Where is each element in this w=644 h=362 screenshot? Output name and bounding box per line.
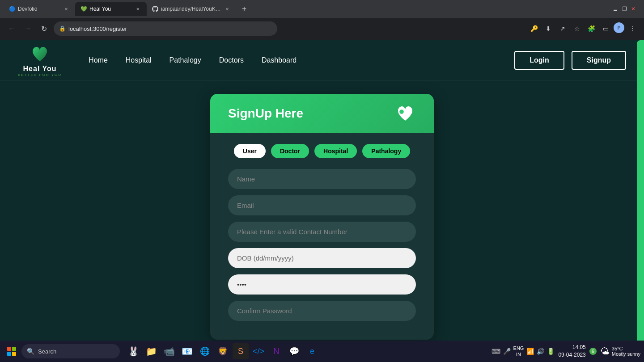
taskbar-time[interactable]: 14:05 09-04-2023 bbox=[558, 344, 585, 359]
weather-widget: 🌤 35°C Mostly sunny bbox=[600, 346, 640, 357]
share-icon[interactable]: ↗ bbox=[556, 22, 569, 35]
taskbar-app-folder[interactable]: 📁 bbox=[143, 343, 159, 359]
lock-icon: 🔒 bbox=[59, 25, 66, 32]
download-icon[interactable]: ⬇ bbox=[542, 22, 555, 35]
mic-icon[interactable]: 🎤 bbox=[503, 348, 511, 355]
menu-icon[interactable]: ⋮ bbox=[626, 22, 639, 35]
taskbar-app-brave[interactable]: 🦁 bbox=[215, 343, 231, 359]
navbar: Heal You BETTER FOR YOU Home Hospital Pa… bbox=[0, 40, 644, 80]
search-icon: 🔍 bbox=[27, 348, 34, 355]
system-icons: ⌨ 🎤 ENGIN 📶 🔊 🔋 bbox=[491, 345, 555, 358]
reload-button[interactable]: ↻ bbox=[38, 22, 50, 35]
close-window-button[interactable]: ✕ bbox=[630, 5, 637, 13]
address-bar-row: ← → ↻ 🔒 localhost:3000/register 🔑 ⬇ ↗ ☆ … bbox=[0, 18, 644, 39]
toolbar-icons: 🔑 ⬇ ↗ ☆ 🧩 ▭ P ⋮ bbox=[528, 22, 639, 35]
login-button[interactable]: Login bbox=[514, 51, 564, 70]
logo-subtext: BETTER FOR YOU bbox=[18, 73, 62, 77]
signup-button[interactable]: Signup bbox=[572, 51, 626, 70]
weather-condition: Mostly sunny bbox=[612, 351, 640, 357]
notification-badge[interactable]: 6 bbox=[589, 348, 597, 355]
keyboard-icon[interactable]: ⌨ bbox=[491, 348, 500, 355]
role-tab-doctor[interactable]: Doctor bbox=[271, 144, 309, 158]
date-display: 09-04-2023 bbox=[558, 351, 585, 359]
signup-logo-icon bbox=[394, 103, 416, 124]
tab-close-heal-you[interactable]: ✕ bbox=[134, 5, 141, 13]
taskbar: 🔍 Search 🐰 📁 📹 📧 🌐 🦁 S </> N 💬 e ⌨ 🎤 ENG… bbox=[0, 341, 644, 362]
taskbar-app-onenote[interactable]: N bbox=[268, 343, 284, 359]
search-placeholder: Search bbox=[38, 348, 56, 355]
role-tab-user[interactable]: User bbox=[234, 144, 266, 158]
tab-devfolio[interactable]: 🔵 Devfolio ✕ bbox=[4, 2, 75, 16]
extensions-icon[interactable]: 🧩 bbox=[585, 22, 597, 35]
nav-links: Home Hospital Pathalogy Doctors Dashboar… bbox=[89, 56, 514, 64]
weather-icon: 🌤 bbox=[600, 346, 609, 357]
green-accent-bar bbox=[637, 40, 644, 362]
app-container: Heal You BETTER FOR YOU Home Hospital Pa… bbox=[0, 40, 644, 362]
svg-point-0 bbox=[399, 109, 404, 114]
restore-button[interactable]: ❐ bbox=[621, 5, 628, 13]
taskbar-search[interactable]: 🔍 Search bbox=[21, 344, 120, 358]
start-button[interactable] bbox=[4, 343, 20, 359]
tab-github[interactable]: iampaandey/HealYouKJSIET ✕ bbox=[147, 2, 236, 16]
window-controls: 🗕 ❐ ✕ bbox=[612, 5, 640, 13]
taskbar-app-mail[interactable]: 📧 bbox=[179, 343, 195, 359]
name-input[interactable] bbox=[228, 169, 416, 189]
nav-link-dashboard[interactable]: Dashboard bbox=[262, 56, 297, 64]
taskbar-app-sublime[interactable]: S bbox=[233, 343, 249, 359]
sidebar-icon[interactable]: ▭ bbox=[599, 22, 612, 35]
nav-link-hospital[interactable]: Hospital bbox=[126, 56, 152, 64]
time-display: 14:05 bbox=[558, 344, 585, 351]
tab-heal-you[interactable]: 💚 Heal You ✕ bbox=[75, 2, 147, 16]
main-content: SignUp Here User Docto bbox=[0, 80, 644, 362]
tab-close-github[interactable]: ✕ bbox=[224, 5, 231, 13]
role-tabs: User Doctor Hospital Pathalogy bbox=[228, 144, 416, 158]
battery-icon[interactable]: 🔋 bbox=[547, 348, 555, 355]
dob-input[interactable] bbox=[228, 248, 416, 268]
nav-link-pathalogy[interactable]: Pathalogy bbox=[169, 56, 201, 64]
windows-logo bbox=[7, 347, 16, 356]
address-bar[interactable]: 🔒 localhost:3000/register bbox=[54, 21, 277, 36]
profile-avatar[interactable]: P bbox=[614, 22, 624, 33]
email-input[interactable] bbox=[228, 195, 416, 215]
logo-icon bbox=[29, 43, 51, 65]
tab-favicon-github bbox=[152, 6, 158, 12]
language-indicator[interactable]: ENGIN bbox=[513, 345, 524, 358]
minimize-button[interactable]: 🗕 bbox=[612, 5, 619, 13]
taskbar-app-video[interactable]: 📹 bbox=[161, 343, 177, 359]
contact-input[interactable] bbox=[228, 222, 416, 242]
tab-title-github: iampaandey/HealYouKJSIET bbox=[161, 6, 221, 12]
logo-text: Heal You bbox=[23, 65, 57, 73]
tab-bar: 🔵 Devfolio ✕ 💚 Heal You ✕ iampaandey/Hea… bbox=[0, 0, 644, 18]
wifi-icon[interactable]: 📶 bbox=[526, 348, 534, 355]
taskbar-app-files[interactable]: 🐰 bbox=[125, 343, 141, 359]
nav-link-home[interactable]: Home bbox=[89, 56, 108, 64]
tab-favicon-heal-you: 💚 bbox=[80, 6, 87, 12]
nav-link-doctors[interactable]: Doctors bbox=[219, 56, 244, 64]
volume-icon[interactable]: 🔊 bbox=[537, 348, 544, 355]
taskbar-app-edge[interactable]: e bbox=[304, 343, 320, 359]
weather-info: 35°C Mostly sunny bbox=[612, 346, 640, 357]
bookmark-icon[interactable]: ☆ bbox=[571, 22, 583, 35]
password-input[interactable] bbox=[228, 274, 416, 295]
signup-card: SignUp Here User Docto bbox=[210, 94, 434, 340]
confirm-password-input[interactable] bbox=[228, 301, 416, 321]
key-icon[interactable]: 🔑 bbox=[528, 22, 540, 35]
taskbar-app-whatsapp[interactable]: 💬 bbox=[286, 343, 302, 359]
taskbar-apps: 🐰 📁 📹 📧 🌐 🦁 S </> N 💬 e bbox=[122, 343, 320, 359]
taskbar-right: ⌨ 🎤 ENGIN 📶 🔊 🔋 14:05 09-04-2023 6 🌤 35°… bbox=[491, 344, 640, 359]
tab-add-button[interactable]: + bbox=[238, 3, 250, 15]
signup-header: SignUp Here bbox=[210, 94, 434, 133]
role-tab-pathalogy[interactable]: Pathalogy bbox=[362, 144, 410, 158]
tab-close-devfolio[interactable]: ✕ bbox=[63, 5, 70, 13]
taskbar-app-chrome[interactable]: 🌐 bbox=[197, 343, 213, 359]
forward-button[interactable]: → bbox=[21, 22, 34, 35]
nav-actions: Login Signup bbox=[514, 51, 626, 70]
address-text: localhost:3000/register bbox=[68, 25, 127, 32]
role-tab-hospital[interactable]: Hospital bbox=[314, 144, 357, 158]
logo-area[interactable]: Heal You BETTER FOR YOU bbox=[18, 43, 62, 77]
signup-body: User Doctor Hospital Pathalogy bbox=[210, 133, 434, 340]
browser-chrome: 🔵 Devfolio ✕ 💚 Heal You ✕ iampaandey/Hea… bbox=[0, 0, 644, 40]
back-button[interactable]: ← bbox=[5, 22, 18, 35]
tab-title-heal-you: Heal You bbox=[89, 6, 131, 12]
taskbar-app-vscode[interactable]: </> bbox=[250, 343, 267, 359]
